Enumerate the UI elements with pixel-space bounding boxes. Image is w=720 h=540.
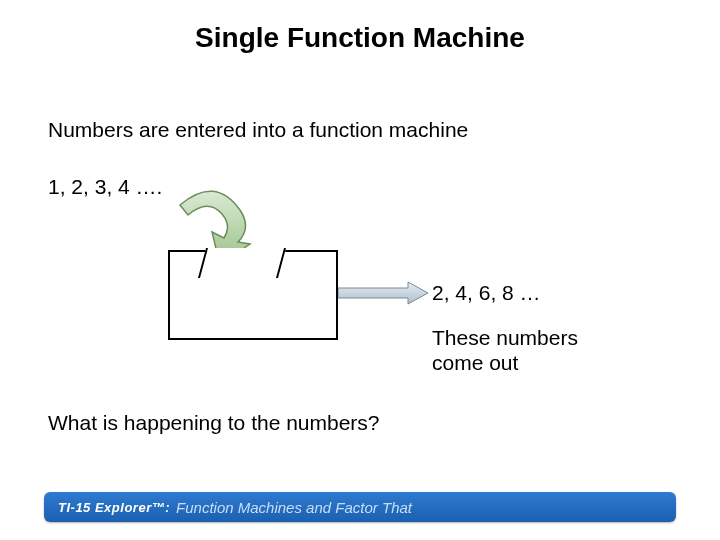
- footer-bar: TI-15 Explorer™: Function Machines and F…: [44, 492, 676, 522]
- question-text: What is happening to the numbers?: [48, 411, 380, 435]
- output-arrow-icon: [338, 280, 430, 306]
- output-numbers: 2, 4, 6, 8 …: [432, 281, 541, 305]
- footer-logo: TI-15 Explorer™:: [58, 500, 170, 515]
- input-numbers: 1, 2, 3, 4 ….: [48, 175, 162, 199]
- machine-opening: [198, 248, 286, 278]
- output-caption-line2: come out: [432, 350, 578, 375]
- output-caption-line1: These numbers: [432, 325, 578, 350]
- slide-title: Single Function Machine: [0, 22, 720, 54]
- svg-marker-0: [338, 282, 428, 304]
- intro-text: Numbers are entered into a function mach…: [48, 118, 468, 142]
- output-caption: These numbers come out: [432, 325, 578, 375]
- slide: Single Function Machine Numbers are ente…: [0, 0, 720, 540]
- footer-text: Function Machines and Factor That: [176, 499, 412, 516]
